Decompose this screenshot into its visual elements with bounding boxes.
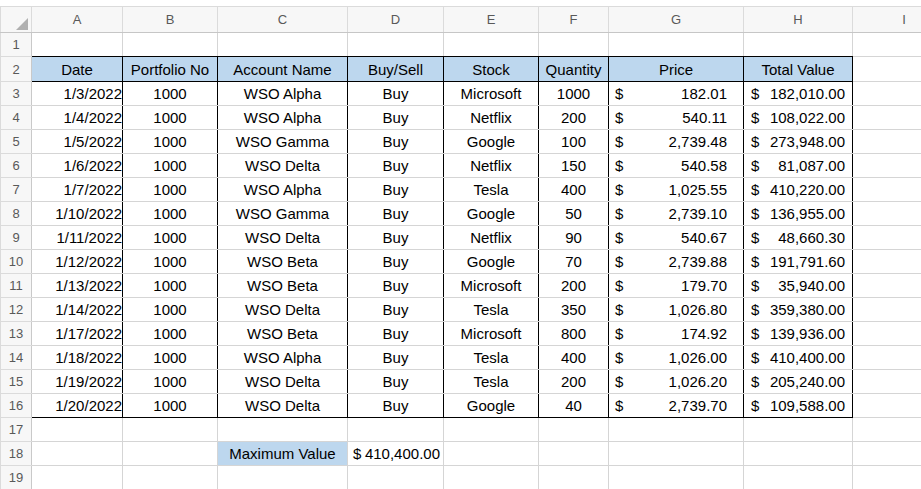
cell-D1[interactable] — [348, 33, 444, 57]
cell-H13[interactable]: $139,936.00 — [744, 322, 853, 346]
column-header-i[interactable]: I — [853, 7, 921, 33]
cell-A2[interactable]: Date — [32, 57, 123, 82]
cell-H10[interactable]: $191,791.60 — [744, 250, 853, 274]
cell-G15[interactable]: $1,026.20 — [609, 370, 744, 394]
cell-I5[interactable] — [853, 130, 921, 154]
cell-F7[interactable]: 400 — [539, 178, 609, 202]
cell-G10[interactable]: $2,739.88 — [609, 250, 744, 274]
cell-A19[interactable] — [32, 466, 123, 489]
cell-F13[interactable]: 800 — [539, 322, 609, 346]
cell-I11[interactable] — [853, 274, 921, 298]
cell-A5[interactable]: 1/5/2022 — [32, 130, 123, 154]
cell-A8[interactable]: 1/10/2022 — [32, 202, 123, 226]
cell-C10[interactable]: WSO Beta — [218, 250, 348, 274]
cell-C11[interactable]: WSO Beta — [218, 274, 348, 298]
cell-G17[interactable] — [609, 418, 744, 442]
cell-C8[interactable]: WSO Gamma — [218, 202, 348, 226]
cell-B5[interactable]: 1000 — [123, 130, 218, 154]
cell-G12[interactable]: $1,026.80 — [609, 298, 744, 322]
cell-F17[interactable] — [539, 418, 609, 442]
cell-C17[interactable] — [218, 418, 348, 442]
cell-I2[interactable] — [853, 57, 921, 82]
cell-B13[interactable]: 1000 — [123, 322, 218, 346]
cell-B14[interactable]: 1000 — [123, 346, 218, 370]
cell-B3[interactable]: 1000 — [123, 82, 218, 106]
cell-H17[interactable] — [744, 418, 853, 442]
cell-B10[interactable]: 1000 — [123, 250, 218, 274]
cell-F15[interactable]: 200 — [539, 370, 609, 394]
cell-I4[interactable] — [853, 106, 921, 130]
column-header-h[interactable]: H — [744, 7, 853, 33]
cell-H4[interactable]: $108,022.00 — [744, 106, 853, 130]
cell-D17[interactable] — [348, 418, 444, 442]
cell-E16[interactable]: Google — [444, 394, 539, 418]
cell-D11[interactable]: Buy — [348, 274, 444, 298]
cell-E4[interactable]: Netflix — [444, 106, 539, 130]
cell-C14[interactable]: WSO Alpha — [218, 346, 348, 370]
cell-I3[interactable] — [853, 82, 921, 106]
cell-G1[interactable] — [609, 33, 744, 57]
cell-D3[interactable]: Buy — [348, 82, 444, 106]
column-header-d[interactable]: D — [348, 7, 444, 33]
column-header-e[interactable]: E — [444, 7, 539, 33]
cell-D10[interactable]: Buy — [348, 250, 444, 274]
cell-D4[interactable]: Buy — [348, 106, 444, 130]
cell-A6[interactable]: 1/6/2022 — [32, 154, 123, 178]
cell-G19[interactable] — [609, 466, 744, 489]
cell-B11[interactable]: 1000 — [123, 274, 218, 298]
cell-E10[interactable]: Google — [444, 250, 539, 274]
row-header-12[interactable]: 12 — [1, 298, 32, 322]
cell-I13[interactable] — [853, 322, 921, 346]
select-all-corner[interactable] — [1, 7, 32, 33]
row-header-6[interactable]: 6 — [1, 154, 32, 178]
cell-D2[interactable]: Buy/Sell — [348, 57, 444, 82]
cell-A9[interactable]: 1/11/2022 — [32, 226, 123, 250]
cell-D12[interactable]: Buy — [348, 298, 444, 322]
column-header-c[interactable]: C — [218, 7, 348, 33]
cell-F3[interactable]: 1000 — [539, 82, 609, 106]
cell-I12[interactable] — [853, 298, 921, 322]
cell-E19[interactable] — [444, 466, 539, 489]
cell-H19[interactable] — [744, 466, 853, 489]
cell-I15[interactable] — [853, 370, 921, 394]
cell-D6[interactable]: Buy — [348, 154, 444, 178]
column-header-b[interactable]: B — [123, 7, 218, 33]
cell-B15[interactable]: 1000 — [123, 370, 218, 394]
row-header-7[interactable]: 7 — [1, 178, 32, 202]
cell-I8[interactable] — [853, 202, 921, 226]
row-header-11[interactable]: 11 — [1, 274, 32, 298]
cell-B4[interactable]: 1000 — [123, 106, 218, 130]
cell-B8[interactable]: 1000 — [123, 202, 218, 226]
cell-E6[interactable]: Netflix — [444, 154, 539, 178]
cell-D14[interactable]: Buy — [348, 346, 444, 370]
cell-D5[interactable]: Buy — [348, 130, 444, 154]
cell-D15[interactable]: Buy — [348, 370, 444, 394]
cell-C12[interactable]: WSO Delta — [218, 298, 348, 322]
cell-A13[interactable]: 1/17/2022 — [32, 322, 123, 346]
cell-B19[interactable] — [123, 466, 218, 489]
cell-C4[interactable]: WSO Alpha — [218, 106, 348, 130]
column-header-a[interactable]: A — [32, 7, 123, 33]
cell-F9[interactable]: 90 — [539, 226, 609, 250]
cell-C15[interactable]: WSO Delta — [218, 370, 348, 394]
cell-H16[interactable]: $109,588.00 — [744, 394, 853, 418]
cell-G6[interactable]: $540.58 — [609, 154, 744, 178]
cell-B6[interactable]: 1000 — [123, 154, 218, 178]
cell-C1[interactable] — [218, 33, 348, 57]
cell-E9[interactable]: Netflix — [444, 226, 539, 250]
cell-G5[interactable]: $2,739.48 — [609, 130, 744, 154]
cell-B12[interactable]: 1000 — [123, 298, 218, 322]
cell-G7[interactable]: $1,025.55 — [609, 178, 744, 202]
row-header-4[interactable]: 4 — [1, 106, 32, 130]
cell-D7[interactable]: Buy — [348, 178, 444, 202]
cell-F19[interactable] — [539, 466, 609, 489]
cell-C16[interactable]: WSO Delta — [218, 394, 348, 418]
cell-A1[interactable] — [32, 33, 123, 57]
cell-I18[interactable] — [853, 442, 921, 466]
cell-G2[interactable]: Price — [609, 57, 744, 82]
cell-G13[interactable]: $174.92 — [609, 322, 744, 346]
cell-A18[interactable] — [32, 442, 123, 466]
cell-I9[interactable] — [853, 226, 921, 250]
cell-G4[interactable]: $540.11 — [609, 106, 744, 130]
cell-D8[interactable]: Buy — [348, 202, 444, 226]
